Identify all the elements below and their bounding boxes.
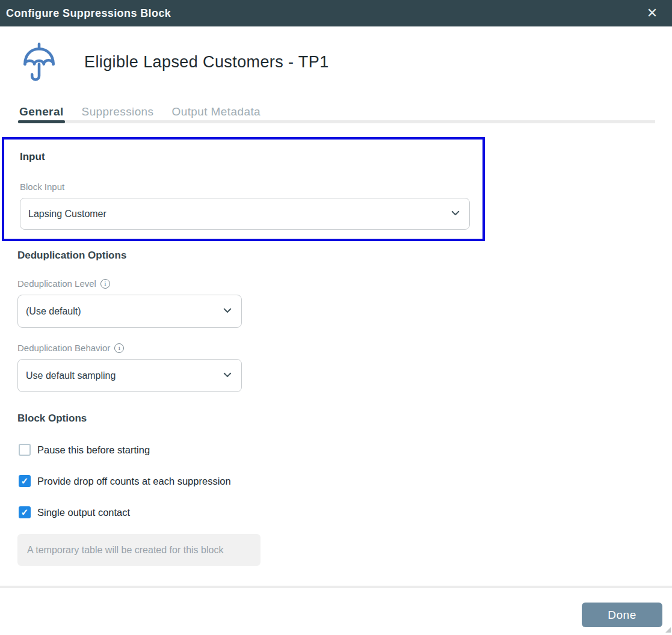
dedup-behavior-value: Use default sampling — [26, 370, 116, 381]
checkbox-label: Provide drop off counts at each suppress… — [37, 476, 231, 487]
general-tab-content: Input Block Input Lapsing Customer Dedup… — [0, 137, 672, 566]
footer: Done — [0, 588, 672, 627]
tab-general[interactable]: General — [18, 96, 65, 123]
tab-track — [18, 120, 655, 123]
block-input-label: Block Input — [20, 182, 467, 192]
dedup-behavior-label: Deduplication Behavior — [17, 343, 672, 353]
dedup-options-heading: Deduplication Options — [17, 250, 672, 262]
info-icon[interactable] — [114, 343, 124, 353]
block-input-select[interactable]: Lapsing Customer — [20, 198, 470, 230]
tab-suppressions[interactable]: Suppressions — [81, 96, 155, 123]
tab-bar: General Suppressions Output Metadata — [0, 96, 672, 123]
dedup-level-label: Deduplication Level — [17, 278, 672, 289]
umbrella-icon — [22, 40, 57, 84]
info-icon[interactable] — [100, 279, 110, 289]
input-section-highlight: Input Block Input Lapsing Customer — [2, 137, 485, 241]
input-section-heading: Input — [20, 151, 467, 163]
checkbox-checked-icon[interactable] — [19, 506, 31, 518]
dedup-level-label-text: Deduplication Level — [17, 278, 96, 289]
modal-title: Configure Suppressions Block — [6, 7, 171, 20]
page-title: Eligible Lapsed Customers - TP1 — [84, 53, 329, 72]
chevron-down-icon — [222, 305, 233, 318]
tab-output-metadata-label: Output Metadata — [172, 105, 261, 118]
chevron-down-icon — [450, 207, 461, 221]
checkbox-label: Single output contact — [37, 507, 130, 518]
tab-suppressions-label: Suppressions — [82, 105, 154, 118]
dedup-level-select[interactable]: (Use default) — [17, 295, 242, 328]
resize-grip-icon[interactable] — [665, 627, 671, 633]
dedup-level-value: (Use default) — [26, 306, 81, 317]
checkbox-checked-icon[interactable] — [19, 475, 31, 487]
tab-general-label: General — [19, 105, 64, 118]
checkbox-label: Pause this before starting — [37, 444, 150, 456]
dedup-behavior-select[interactable]: Use default sampling — [17, 359, 242, 392]
tab-output-metadata[interactable]: Output Metadata — [171, 96, 262, 123]
checkbox-single-output-contact[interactable]: Single output contact — [19, 506, 672, 518]
close-icon[interactable]: ✕ — [642, 0, 662, 26]
block-title-row: Eligible Lapsed Customers - TP1 — [0, 26, 672, 96]
block-options-heading: Block Options — [17, 413, 672, 425]
checkbox-drop-off-counts[interactable]: Provide drop off counts at each suppress… — [19, 475, 672, 487]
checkbox-unchecked-icon[interactable] — [19, 444, 31, 456]
done-button[interactable]: Done — [582, 603, 662, 627]
block-input-value: Lapsing Customer — [28, 209, 106, 219]
modal-header: Configure Suppressions Block ✕ — [0, 0, 672, 26]
checkbox-pause-before-starting[interactable]: Pause this before starting — [19, 444, 672, 456]
chevron-down-icon — [222, 369, 233, 382]
temporary-table-note: A temporary table will be created for th… — [17, 534, 260, 566]
dedup-behavior-label-text: Deduplication Behavior — [17, 343, 110, 353]
